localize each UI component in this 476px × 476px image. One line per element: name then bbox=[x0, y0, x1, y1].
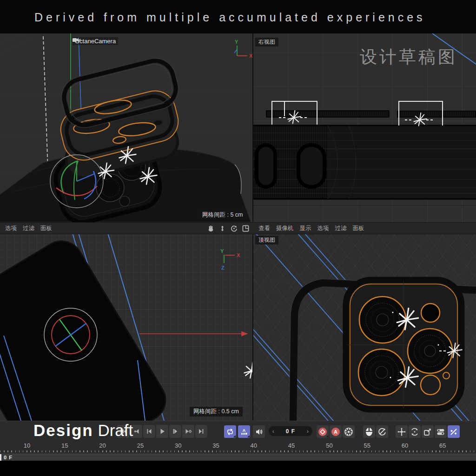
current-frame-field[interactable]: ‹ 0 F › bbox=[269, 426, 312, 436]
viewport-label-right: 右视图 bbox=[255, 38, 278, 46]
svg-text:X: X bbox=[249, 53, 252, 59]
goto-end-button[interactable] bbox=[195, 425, 207, 438]
frame-increment[interactable]: › bbox=[303, 428, 312, 435]
svg-text:Z: Z bbox=[221, 265, 225, 271]
viewport-right[interactable]: 右视图 设计草稿图 bbox=[253, 33, 476, 222]
sparkle-edge bbox=[245, 363, 252, 378]
loop-playback-button[interactable] bbox=[224, 425, 236, 438]
banner-title: Derived from multiple accumulated experi… bbox=[34, 0, 426, 34]
axis-indicator: Y X bbox=[234, 39, 252, 59]
viewport-label-top: 顶视图 bbox=[255, 236, 278, 245]
menu-item-过滤[interactable]: 过滤 bbox=[335, 225, 347, 232]
ruler-tickmarks bbox=[0, 450, 476, 452]
grid-spacing-label: 网格间距 : 5 cm bbox=[198, 210, 247, 220]
footer-strip bbox=[0, 461, 476, 476]
camera-icon bbox=[73, 37, 80, 43]
viewport-perspective[interactable]: Y X OctaneCamera 网格间距 : 5 cm bbox=[0, 33, 253, 222]
prev-frame-button[interactable] bbox=[143, 425, 155, 438]
menu-item-过滤[interactable]: 过滤 bbox=[23, 225, 34, 232]
ruler-tick-30: 30 bbox=[175, 442, 181, 449]
record-parameter-toggle[interactable] bbox=[435, 425, 447, 438]
record-keyframe-button[interactable] bbox=[317, 425, 329, 438]
playhead[interactable] bbox=[0, 454, 1, 461]
keying-settings-button[interactable] bbox=[363, 425, 375, 438]
record-rotation-toggle[interactable] bbox=[409, 425, 421, 438]
ruler-tick-15: 15 bbox=[61, 442, 68, 449]
frame-decrement[interactable]: ‹ bbox=[269, 428, 278, 435]
menu-item-面板[interactable]: 面板 bbox=[353, 225, 364, 232]
perspective-menubar: 选项过滤面板 bbox=[0, 222, 253, 234]
next-key-button[interactable] bbox=[182, 425, 194, 438]
ruler-tick-65: 65 bbox=[439, 442, 446, 449]
playhead-frame-label: 0 F bbox=[4, 455, 13, 460]
app-window: Derived from multiple accumulated experi… bbox=[0, 0, 476, 476]
rotate-view-button[interactable] bbox=[230, 224, 238, 232]
menu-item-摄像机[interactable]: 摄像机 bbox=[276, 225, 294, 232]
keyframe-selection-button[interactable] bbox=[343, 425, 355, 438]
menu-item-选项[interactable]: 选项 bbox=[5, 225, 17, 232]
menu-item-面板[interactable]: 面板 bbox=[40, 225, 52, 232]
autokey-button[interactable]: A bbox=[330, 425, 342, 438]
en-watermark: Design Draft bbox=[33, 421, 133, 440]
right-view-menubar: 查看摄像机显示选项过滤面板 bbox=[253, 222, 476, 234]
svg-text:A: A bbox=[243, 428, 246, 433]
axis-indicator: Y X Z bbox=[220, 248, 240, 271]
play-button[interactable] bbox=[156, 425, 168, 438]
interpolation-mode-button[interactable] bbox=[376, 425, 388, 438]
menu-item-选项[interactable]: 选项 bbox=[317, 225, 329, 232]
timeline-ruler[interactable]: 101520253035404550556065 bbox=[0, 442, 476, 454]
ruler-tick-45: 45 bbox=[288, 442, 295, 449]
keyframe-marker-button[interactable]: A bbox=[238, 425, 250, 438]
ruler-tick-35: 35 bbox=[212, 442, 219, 449]
ruler-tick-20: 20 bbox=[99, 442, 106, 449]
ruler-tick-60: 60 bbox=[402, 442, 408, 449]
svg-text:X: X bbox=[237, 252, 240, 258]
dolly-zoom-button[interactable] bbox=[218, 224, 226, 232]
ruler-tick-10: 10 bbox=[24, 442, 30, 449]
grid-spacing-label: 网格间距 : 0.5 cm bbox=[190, 407, 243, 416]
sound-button[interactable] bbox=[253, 425, 265, 438]
ruler-tick-40: 40 bbox=[251, 442, 257, 449]
record-position-toggle[interactable] bbox=[396, 425, 408, 438]
menu-item-显示[interactable]: 显示 bbox=[300, 225, 311, 232]
menu-item-查看[interactable]: 查看 bbox=[258, 225, 270, 232]
timeline-marker-bar[interactable]: 0 F bbox=[0, 454, 476, 461]
ruler-tick-50: 50 bbox=[326, 442, 332, 449]
pan-hand-button[interactable] bbox=[206, 224, 215, 232]
svg-text:Y: Y bbox=[235, 39, 238, 45]
top-banner: Derived from multiple accumulated experi… bbox=[0, 0, 476, 33]
camera-label[interactable]: OctaneCamera bbox=[73, 37, 118, 45]
viewport-top[interactable]: 顶视图 bbox=[253, 233, 476, 421]
cn-watermark: 设计草稿图 bbox=[360, 46, 457, 69]
maximize-viewport-button[interactable] bbox=[241, 224, 250, 232]
next-frame-button[interactable] bbox=[169, 425, 181, 438]
frame-value: 0 F bbox=[278, 428, 303, 435]
svg-text:A: A bbox=[334, 429, 337, 435]
point-level-animation-toggle[interactable] bbox=[448, 425, 460, 438]
ruler-tick-25: 25 bbox=[137, 442, 144, 449]
svg-text:Y: Y bbox=[220, 248, 224, 254]
viewport-front[interactable]: Y X Z 网格间距 : 0.5 cm bbox=[0, 233, 253, 421]
record-scale-toggle[interactable] bbox=[422, 425, 434, 438]
world-axis-white bbox=[43, 36, 48, 170]
ruler-tick-55: 55 bbox=[364, 442, 370, 449]
